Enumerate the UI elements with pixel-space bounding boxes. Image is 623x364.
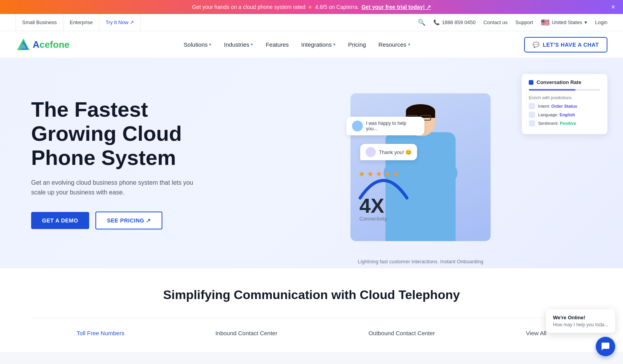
panel-row-language: Language: English xyxy=(529,112,600,118)
chat-bubble-thank-you: Thank you! 😊 xyxy=(360,144,417,160)
logo-text: Acefone xyxy=(33,39,70,50)
nav-industries[interactable]: Industries ▾ xyxy=(218,38,259,51)
nav-integrations[interactable]: Integrations ▾ xyxy=(296,38,341,51)
hero-caption: Lightning fast customer interactions. In… xyxy=(358,259,483,264)
bottom-title: Simplifying Communication with Cloud Tel… xyxy=(31,288,592,302)
get-demo-button[interactable]: GET A DEMO xyxy=(31,212,89,229)
panel-bar xyxy=(529,89,600,91)
phone-number: 1888 859 0450 xyxy=(442,19,476,25)
banner-cta[interactable]: Get your free trial today! ↗ xyxy=(361,4,431,10)
chat-avatar-icon xyxy=(352,121,363,131)
see-pricing-button[interactable]: SEE PRICING ↗ xyxy=(95,212,163,229)
country-selector[interactable]: 🇺🇸 United States ▾ xyxy=(541,18,587,27)
secondary-nav-right: 🔍 📞 1888 859 0450 Contact us Support 🇺🇸 … xyxy=(418,18,607,27)
chat-popup-text: How may I help you toda... xyxy=(553,322,608,327)
right-panel: Conversation Rate Enrich with prediction… xyxy=(522,74,607,134)
panel-intent-label: Intent: Order Status xyxy=(538,104,577,108)
chat-popup-title: We're Online! xyxy=(553,315,608,320)
country-name: United States xyxy=(552,19,582,25)
industries-chevron-icon: ▾ xyxy=(251,42,253,47)
support-nav[interactable]: Support xyxy=(516,19,533,25)
hero-card-container: I was happy to help you... Thank you! 😊 … xyxy=(350,93,491,241)
main-nav-links: Solutions ▾ Industries ▾ Features Integr… xyxy=(178,38,416,51)
logo[interactable]: Acefone xyxy=(16,37,70,52)
sentiment-icon xyxy=(529,120,535,126)
panel-sentiment-value: Positive xyxy=(560,121,576,126)
bottom-section: Simplifying Communication with Cloud Tel… xyxy=(0,268,623,352)
connectivity-section: 4X Connectivity xyxy=(356,167,411,222)
chat-bubble-button[interactable] xyxy=(596,337,615,352)
secondary-nav-try-it[interactable]: Try It Now ↗ xyxy=(99,14,141,31)
secondary-nav-enterprise[interactable]: Enterprise xyxy=(63,14,99,31)
resources-chevron-icon: ▾ xyxy=(408,42,410,47)
connectivity-label: Connectivity xyxy=(359,216,411,222)
panel-language-label: Language: English xyxy=(538,112,575,117)
phone-nav[interactable]: 📞 1888 859 0450 xyxy=(433,19,476,25)
chat-bubble-left: I was happy to help you... xyxy=(347,117,424,135)
bottom-link-outbound[interactable]: Outbound Contact Center xyxy=(368,330,435,336)
country-chevron-icon: ▾ xyxy=(584,19,587,25)
secondary-nav-left: Small Business Enterprise Try It Now ↗ xyxy=(16,14,418,31)
panel-bar-fill xyxy=(529,89,575,91)
nav-solutions[interactable]: Solutions ▾ xyxy=(178,38,217,51)
chat-bubble-right-text: Thank you! 😊 xyxy=(379,149,412,155)
chat-bubble-left-text: I was happy to help you... xyxy=(366,121,419,131)
panel-row-intent: Intent: Order Status xyxy=(529,103,600,109)
country-flag-icon: 🇺🇸 xyxy=(541,18,549,27)
intent-icon xyxy=(529,103,535,109)
banner-close-button[interactable]: × xyxy=(611,3,615,11)
right-panel-header: Conversation Rate xyxy=(529,79,600,85)
hero-content: The Fastest Growing Cloud Phone System G… xyxy=(31,97,249,229)
chat-popup: We're Online! How may I help you toda... xyxy=(546,309,615,333)
panel-sentiment-label: Sentiment: Positive xyxy=(538,121,576,126)
language-icon xyxy=(529,112,535,118)
logo-icon xyxy=(16,37,31,52)
contact-nav[interactable]: Contact us xyxy=(483,19,507,25)
banner-star: ★ xyxy=(308,4,313,10)
top-banner: Get your hands on a cloud phone system r… xyxy=(0,0,623,14)
solutions-chevron-icon: ▾ xyxy=(209,42,211,47)
hero-visual: I was happy to help you... Thank you! 😊 … xyxy=(249,74,592,253)
chat-icon: 💬 xyxy=(533,42,540,48)
banner-text: Get your hands on a cloud phone system r… xyxy=(192,4,305,10)
secondary-nav-small-business[interactable]: Small Business xyxy=(16,14,63,31)
panel-section-title: Enrich with predictions xyxy=(529,95,600,100)
hero-subtitle: Get an evolving cloud business phone sys… xyxy=(31,178,195,198)
bottom-link-inbound[interactable]: Inbound Contact Center xyxy=(215,330,277,336)
panel-title: Conversation Rate xyxy=(537,79,581,85)
chat-button[interactable]: 💬 LET'S HAVE A CHAT xyxy=(524,37,607,52)
secondary-nav: Small Business Enterprise Try It Now ↗ 🔍… xyxy=(0,14,623,31)
banner-rating: 4.8/5 on Capterra. xyxy=(315,4,359,10)
panel-dot-icon xyxy=(529,80,533,85)
phone-icon: 📞 xyxy=(433,19,440,25)
panel-language-value: English xyxy=(560,112,575,117)
nav-pricing[interactable]: Pricing xyxy=(343,38,371,51)
panel-intent-value: Order Status xyxy=(551,104,577,108)
bottom-link-toll-free[interactable]: Toll Free Numbers xyxy=(77,330,125,336)
nav-features[interactable]: Features xyxy=(260,38,294,51)
hero-buttons: GET A DEMO SEE PRICING ↗ xyxy=(31,212,249,229)
chat-widget: We're Online! How may I help you toda... xyxy=(546,309,615,352)
hero-section: The Fastest Growing Cloud Phone System G… xyxy=(0,58,623,268)
hero-title: The Fastest Growing Cloud Phone System xyxy=(31,97,249,170)
integrations-chevron-icon: ▾ xyxy=(333,42,336,47)
chat-bubble-icon xyxy=(601,342,610,351)
nav-resources[interactable]: Resources ▾ xyxy=(373,38,416,51)
main-nav: Acefone Solutions ▾ Industries ▾ Feature… xyxy=(0,31,623,58)
bottom-link-view-all[interactable]: View All xyxy=(526,330,546,336)
search-icon[interactable]: 🔍 xyxy=(418,19,426,26)
login-nav[interactable]: Login xyxy=(595,19,607,25)
bottom-links: Toll Free Numbers Inbound Contact Center… xyxy=(31,318,592,336)
chat-avatar-2-icon xyxy=(366,147,376,157)
panel-row-sentiment: Sentiment: Positive xyxy=(529,120,600,126)
